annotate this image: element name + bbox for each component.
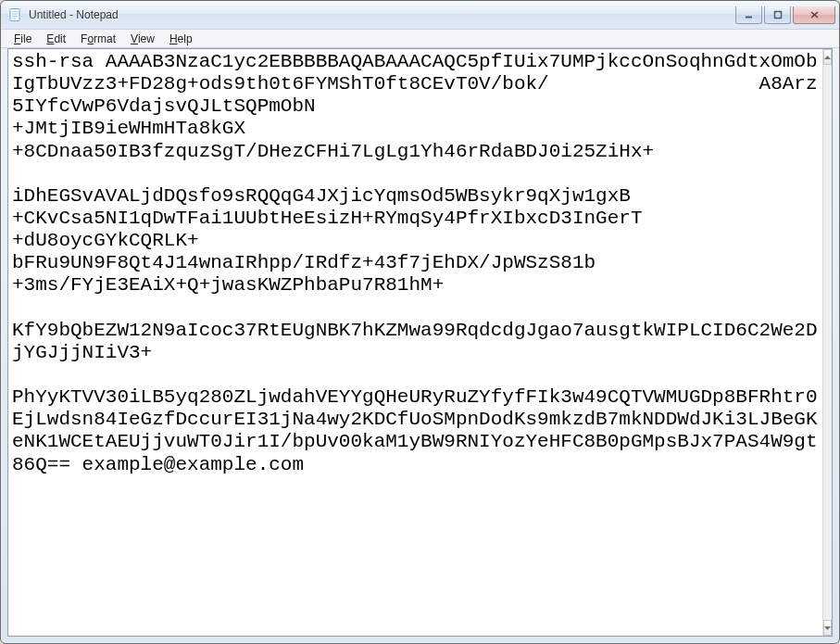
svg-rect-0 (10, 9, 19, 21)
vertical-scrollbar[interactable] (822, 49, 832, 636)
menu-format[interactable]: Format (73, 31, 123, 47)
svg-marker-9 (824, 56, 831, 59)
svg-marker-10 (824, 626, 831, 630)
menubar: File Edit Format View Help (1, 29, 839, 48)
menu-file[interactable]: File (6, 31, 39, 47)
editor-client-area: ssh-rsa AAAAB3NzaC1yc2EBBBBBAQABAAACAQC5… (7, 48, 833, 637)
close-button[interactable] (793, 6, 835, 24)
minimize-button[interactable] (735, 6, 762, 24)
scroll-down-button[interactable] (823, 620, 832, 636)
menu-view[interactable]: View (123, 31, 162, 47)
maximize-button[interactable] (764, 6, 791, 24)
notepad-icon (8, 7, 23, 22)
svg-rect-6 (774, 11, 781, 18)
scroll-up-button[interactable] (823, 49, 832, 65)
titlebar[interactable]: Untitled - Notepad (1, 1, 839, 29)
menu-help[interactable]: Help (162, 31, 200, 47)
scroll-track[interactable] (823, 65, 832, 620)
editor-textarea[interactable]: ssh-rsa AAAAB3NzaC1yc2EBBBBBAQABAAACAQC5… (8, 49, 822, 636)
notepad-window: Untitled - Notepad File Edit Format View… (0, 0, 840, 644)
menu-edit[interactable]: Edit (39, 31, 73, 47)
window-title: Untitled - Notepad (29, 8, 735, 21)
window-control-buttons (735, 6, 835, 24)
